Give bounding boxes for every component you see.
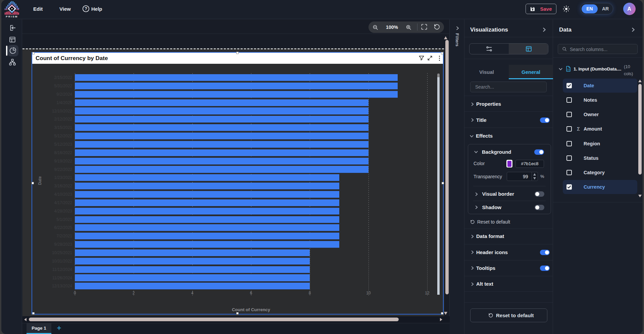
svg-text:PRISM: PRISM — [6, 15, 18, 18]
svg-text:?: ? — [85, 6, 87, 11]
